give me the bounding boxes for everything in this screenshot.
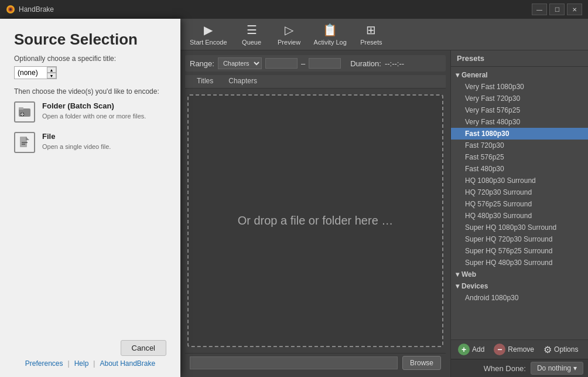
modal-footer: Cancel Preferences | Help | About HandBr…	[0, 333, 180, 377]
action-bar: + Add − Remove ⚙ Options	[451, 339, 588, 359]
file-option-text: File Open a single video file.	[42, 132, 111, 151]
preview-button[interactable]: ▷ Preview	[272, 21, 307, 48]
queue-button[interactable]: ☰ Queue	[234, 21, 269, 48]
drop-text: Or drop a file or folder here …	[238, 214, 394, 227]
add-label: Add	[472, 345, 484, 354]
bottom-bar: Browse	[185, 353, 446, 372]
app-background: ▶ Start Encode ☰ Queue ▷ Preview 📋 Activ…	[180, 19, 588, 377]
add-icon: +	[458, 344, 470, 355]
preset-item[interactable]: HQ 480p30 Surround	[451, 210, 588, 222]
spinner-buttons: ▲ ▼	[47, 67, 56, 79]
maximize-button[interactable]: ☐	[549, 4, 565, 15]
folder-icon	[14, 101, 35, 123]
folder-desc: Open a folder with one or more files.	[42, 113, 146, 120]
spinner-up-button[interactable]: ▲	[47, 67, 56, 73]
title-spinner-input[interactable]: (none)	[15, 67, 47, 78]
main-container: ▶ Start Encode ☰ Queue ▷ Preview 📋 Activ…	[0, 19, 588, 377]
minimize-button[interactable]: —	[532, 4, 547, 15]
content-area: Range: Chapters – Duration: --:--:-- Tit…	[180, 50, 588, 377]
devices-collapse-icon: ▾	[456, 282, 459, 290]
activity-log-button[interactable]: 📋 Activity Log	[309, 21, 351, 48]
duration-label: Duration:	[350, 59, 381, 68]
tab-chapters[interactable]: Chapters	[221, 75, 264, 88]
range-label: Range:	[190, 59, 214, 68]
tab-titles[interactable]: Titles	[190, 75, 220, 88]
range-start-input[interactable]	[265, 58, 298, 69]
output-path-input[interactable]	[190, 356, 398, 369]
presets-button[interactable]: ⊞ Presets	[354, 21, 389, 48]
drop-area[interactable]: Or drop a file or folder here …	[187, 94, 443, 347]
preset-item[interactable]: Very Fast 576p25	[451, 104, 588, 116]
file-option[interactable]: File Open a single video file.	[14, 132, 166, 153]
title-spinner[interactable]: (none) ▲ ▼	[14, 66, 57, 79]
preview-label: Preview	[278, 39, 300, 46]
close-button[interactable]: ✕	[567, 4, 582, 15]
preview-icon: ▷	[285, 23, 293, 37]
preset-item[interactable]: Super HQ 480p30 Surround	[451, 257, 588, 269]
about-link[interactable]: About HandBrake	[100, 359, 155, 368]
titlebar-controls: — ☐ ✕	[532, 4, 582, 15]
spinner-down-button[interactable]: ▼	[47, 73, 56, 79]
app-title: HandBrake	[19, 5, 54, 13]
devices-group-label: Devices	[461, 282, 488, 290]
presets-icon: ⊞	[366, 23, 376, 37]
app-icon	[6, 5, 15, 14]
encode-section-label: Then choose the video(s) you'd like to e…	[14, 87, 166, 96]
preset-item[interactable]: Android 1080p30	[451, 292, 588, 304]
preset-group-devices[interactable]: ▾ Devices	[451, 280, 588, 292]
range-end-input[interactable]	[309, 58, 341, 69]
when-done-value: Do nothing	[537, 364, 571, 372]
preset-item[interactable]: Super HQ 1080p30 Surround	[451, 222, 588, 233]
browse-button[interactable]: Browse	[402, 356, 441, 370]
preset-item[interactable]: Super HQ 720p30 Surround	[451, 233, 588, 245]
options-button[interactable]: ⚙ Options	[541, 343, 580, 356]
presets-panel: Presets ▾ General Very Fast 1080p30 Very…	[450, 50, 588, 377]
source-selection-modal: Source Selection Optionally choose a spe…	[0, 19, 180, 377]
preset-item[interactable]: Super HQ 576p25 Surround	[451, 245, 588, 257]
start-encode-icon: ▶	[204, 23, 213, 37]
modal-title: Source Selection	[0, 19, 180, 55]
preset-group-web[interactable]: ▾ Web	[451, 269, 588, 280]
general-collapse-icon: ▾	[456, 71, 459, 79]
folder-title: Folder (Batch Scan)	[42, 101, 146, 110]
preset-item-selected[interactable]: Fast 1080p30	[451, 128, 588, 140]
activity-log-icon: 📋	[323, 23, 337, 37]
preset-group-general[interactable]: ▾ General	[451, 69, 588, 81]
when-done-bar: When Done: Do nothing ▾	[451, 359, 588, 377]
svg-rect-4	[19, 107, 23, 110]
preset-item[interactable]: HQ 576p25 Surround	[451, 198, 588, 210]
presets-header: Presets	[451, 50, 588, 67]
titlebar-left: HandBrake	[6, 5, 54, 14]
gear-icon: ⚙	[543, 344, 552, 355]
preset-item[interactable]: Fast 480p30	[451, 163, 588, 175]
preset-item[interactable]: Very Fast 1080p30	[451, 81, 588, 93]
file-desc: Open a single video file.	[42, 143, 111, 150]
preset-item[interactable]: HQ 1080p30 Surround	[451, 175, 588, 186]
start-encode-button[interactable]: ▶ Start Encode	[185, 21, 232, 48]
activity-log-label: Activity Log	[314, 39, 347, 46]
when-done-arrow-icon: ▾	[573, 364, 577, 372]
preset-item[interactable]: Fast 576p25	[451, 151, 588, 163]
range-type-select[interactable]: Chapters	[218, 57, 262, 69]
cancel-button[interactable]: Cancel	[121, 340, 166, 356]
help-link[interactable]: Help	[74, 359, 89, 368]
preset-item[interactable]: Fast 720p30	[451, 140, 588, 151]
preset-item[interactable]: Very Fast 720p30	[451, 93, 588, 104]
modal-links: Preferences | Help | About HandBrake	[14, 359, 166, 368]
duration-value: --:--:--	[385, 59, 404, 68]
folder-option[interactable]: Folder (Batch Scan) Open a folder with o…	[14, 101, 166, 123]
add-preset-button[interactable]: + Add	[456, 342, 487, 356]
web-collapse-icon: ▾	[456, 270, 459, 278]
remove-preset-button[interactable]: − Remove	[491, 342, 536, 356]
separator-1: |	[68, 359, 70, 368]
preset-item[interactable]: HQ 720p30 Surround	[451, 186, 588, 198]
when-done-select[interactable]: Do nothing ▾	[531, 362, 583, 375]
preset-item[interactable]: Very Fast 480p30	[451, 116, 588, 128]
general-group-label: General	[461, 71, 488, 79]
main-panel: Range: Chapters – Duration: --:--:-- Tit…	[180, 50, 450, 377]
choose-title-label: Optionally choose a specific title:	[14, 55, 166, 63]
file-icon	[14, 132, 35, 153]
preferences-link[interactable]: Preferences	[25, 359, 63, 368]
remove-icon: −	[494, 344, 505, 355]
options-label: Options	[554, 345, 578, 354]
